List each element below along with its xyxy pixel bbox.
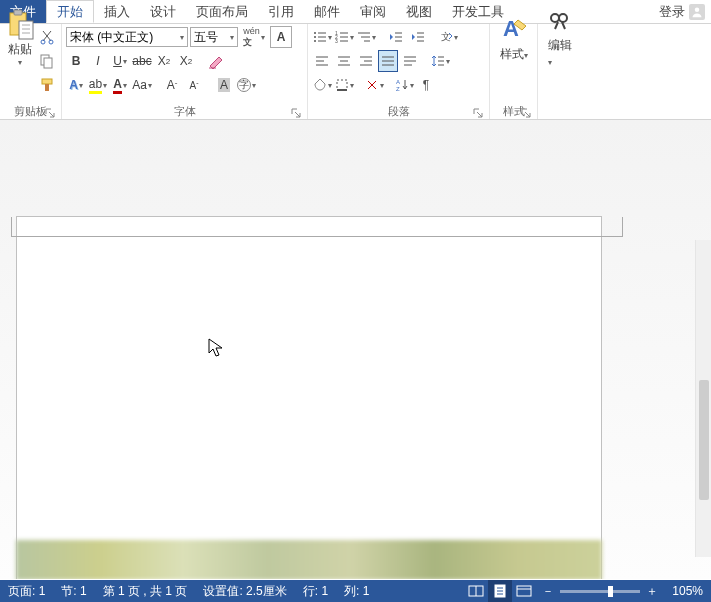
clear-formatting-button[interactable] xyxy=(206,50,226,72)
align-left-button[interactable] xyxy=(312,50,332,72)
tab-mail[interactable]: 邮件 xyxy=(304,0,350,23)
text-direction-button[interactable]: 文 xyxy=(438,26,458,48)
styles-icon: A xyxy=(500,14,528,46)
sort-button[interactable]: AZ xyxy=(394,74,414,96)
zoom-track[interactable] xyxy=(560,590,640,593)
tab-view[interactable]: 视图 xyxy=(396,0,442,23)
align-distribute-button[interactable] xyxy=(400,50,420,72)
status-section[interactable]: 节: 1 xyxy=(53,583,94,600)
web-layout-button[interactable] xyxy=(512,580,536,602)
tab-review[interactable]: 审阅 xyxy=(350,0,396,23)
ribbon: 粘贴▾ 剪贴板 宋体 (中文正文)▾ 五号▾ wén文 A B I U xyxy=(0,24,711,120)
login-label: 登录 xyxy=(659,3,685,21)
superscript-button[interactable]: X2 xyxy=(176,50,196,72)
paste-button[interactable]: 粘贴▾ xyxy=(4,26,35,48)
highlight-button[interactable]: ab xyxy=(88,74,108,96)
zoom-handle[interactable] xyxy=(608,586,613,597)
show-hide-marks-button[interactable]: ¶ xyxy=(416,74,436,96)
subscript-button[interactable]: X2 xyxy=(154,50,174,72)
phonetic-guide-button[interactable]: wén文 xyxy=(240,26,268,48)
paste-icon xyxy=(6,9,34,41)
tab-home[interactable]: 开始 xyxy=(46,0,94,23)
status-page[interactable]: 页面: 1 xyxy=(0,583,53,600)
paragraph-group-label: 段落 xyxy=(388,104,410,119)
copy-button[interactable] xyxy=(37,50,57,72)
svg-point-58 xyxy=(551,14,559,22)
cut-button[interactable] xyxy=(37,26,57,48)
decrease-indent-button[interactable] xyxy=(386,26,406,48)
status-position[interactable]: 设置值: 2.5厘米 xyxy=(195,583,294,600)
svg-point-0 xyxy=(695,7,700,12)
svg-text:A: A xyxy=(503,16,519,41)
bullets-button[interactable] xyxy=(312,26,332,48)
grow-font-button[interactable]: Aˆ xyxy=(162,74,182,96)
tab-design[interactable]: 设计 xyxy=(140,0,186,23)
svg-text:3: 3 xyxy=(335,38,338,44)
zoom-slider[interactable]: － ＋ xyxy=(536,583,664,600)
shrink-font-button[interactable]: Aˇ xyxy=(184,74,204,96)
print-layout-button[interactable] xyxy=(488,580,512,602)
zoom-percentage[interactable]: 105% xyxy=(664,584,711,598)
format-painter-button[interactable] xyxy=(37,74,57,96)
group-clipboard: 粘贴▾ 剪贴板 xyxy=(0,24,62,119)
status-page-of[interactable]: 第 1 页 , 共 1 页 xyxy=(95,583,196,600)
align-center-button[interactable] xyxy=(334,50,354,72)
find-icon xyxy=(549,11,571,33)
menu-tabs: 文件 开始 插入 设计 页面布局 引用 邮件 审阅 视图 开发工具 登录 xyxy=(0,0,711,24)
styles-launcher[interactable] xyxy=(521,108,531,118)
status-column[interactable]: 列: 1 xyxy=(336,583,377,600)
bold-button[interactable]: B xyxy=(66,50,86,72)
shading-button[interactable] xyxy=(312,74,332,96)
clipboard-group-label: 剪贴板 xyxy=(14,104,47,119)
group-paragraph: 123 文 xyxy=(308,24,490,119)
styles-button[interactable]: A 样式▾ xyxy=(494,26,533,48)
editing-button[interactable]: 编辑▾ xyxy=(542,26,578,48)
font-name-combo[interactable]: 宋体 (中文正文)▾ xyxy=(66,27,188,47)
scrollbar-thumb[interactable] xyxy=(699,380,709,500)
svg-text:Z: Z xyxy=(396,86,400,92)
group-styles: A 样式▾ 样式 xyxy=(490,24,538,119)
svg-point-15 xyxy=(314,36,316,38)
svg-rect-53 xyxy=(337,80,347,90)
svg-point-59 xyxy=(559,14,567,22)
embedded-image[interactable] xyxy=(16,540,602,579)
tab-references[interactable]: 引用 xyxy=(258,0,304,23)
line-spacing-button[interactable] xyxy=(430,50,450,72)
align-right-button[interactable] xyxy=(356,50,376,72)
text-effects-button[interactable]: A xyxy=(66,74,86,96)
strikethrough-button[interactable]: abc xyxy=(132,50,152,72)
change-case-button[interactable]: Aa xyxy=(132,74,152,96)
asian-layout-button[interactable] xyxy=(364,74,384,96)
enclose-chars-button[interactable]: 字 xyxy=(236,74,256,96)
font-group-label: 字体 xyxy=(174,104,196,119)
vertical-scrollbar[interactable] xyxy=(695,240,711,557)
paragraph-launcher[interactable] xyxy=(473,108,483,118)
borders-button[interactable] xyxy=(334,74,354,96)
status-line[interactable]: 行: 1 xyxy=(295,583,336,600)
tab-insert[interactable]: 插入 xyxy=(94,0,140,23)
zoom-out-button[interactable]: － xyxy=(542,583,554,600)
align-justify-button[interactable] xyxy=(378,50,398,72)
svg-text:A: A xyxy=(396,79,400,85)
increase-indent-button[interactable] xyxy=(408,26,428,48)
character-shading-button[interactable]: A xyxy=(214,74,234,96)
character-border-button[interactable]: A xyxy=(270,26,292,48)
login-button[interactable]: 登录 xyxy=(649,0,711,23)
zoom-in-button[interactable]: ＋ xyxy=(646,583,658,600)
tab-page-layout[interactable]: 页面布局 xyxy=(186,0,258,23)
multilevel-list-button[interactable] xyxy=(356,26,376,48)
document-area[interactable] xyxy=(0,120,711,579)
underline-button[interactable]: U xyxy=(110,50,130,72)
font-color-button[interactable]: A xyxy=(110,74,130,96)
font-size-combo[interactable]: 五号▾ xyxy=(190,27,238,47)
page[interactable] xyxy=(16,216,602,579)
numbering-button[interactable]: 123 xyxy=(334,26,354,48)
cursor-icon xyxy=(208,338,224,358)
svg-rect-2 xyxy=(14,10,22,15)
italic-button[interactable]: I xyxy=(88,50,108,72)
status-bar: 页面: 1 节: 1 第 1 页 , 共 1 页 设置值: 2.5厘米 行: 1… xyxy=(0,580,711,602)
svg-point-17 xyxy=(314,40,316,42)
font-launcher[interactable] xyxy=(291,108,301,118)
clipboard-launcher[interactable] xyxy=(45,108,55,118)
read-mode-button[interactable] xyxy=(464,580,488,602)
